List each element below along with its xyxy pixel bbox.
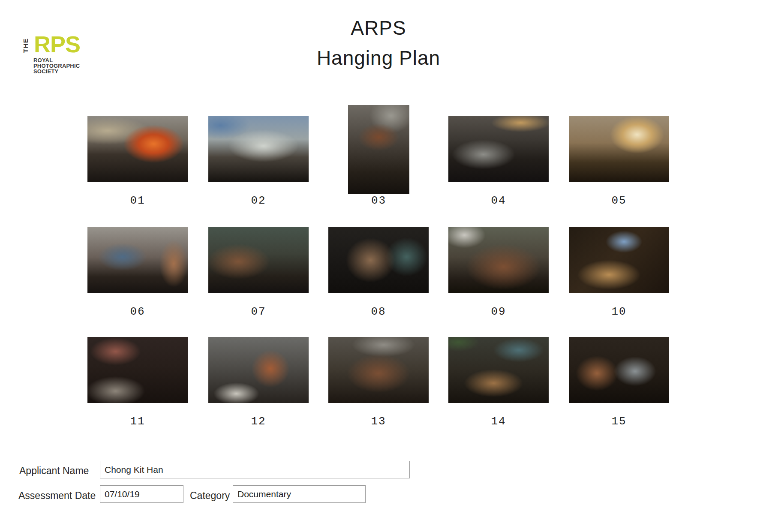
photo-02 — [208, 116, 309, 182]
category-input[interactable] — [233, 485, 366, 503]
page-title: ARPS Hanging Plan — [0, 13, 757, 73]
photo-cell-07: 07 — [208, 227, 309, 317]
photo-07 — [208, 227, 309, 293]
photo-cell-14: 14 — [448, 337, 549, 427]
photo-06 — [87, 227, 188, 293]
photo-15 — [569, 337, 669, 403]
applicant-name-input[interactable] — [100, 461, 410, 478]
photo-cell-13: 13 — [328, 337, 429, 427]
photo-01 — [87, 116, 188, 182]
photo-cell-01: 01 — [87, 116, 188, 206]
photo-cell-12: 12 — [208, 337, 309, 427]
photo-number-13: 13 — [328, 416, 429, 427]
photo-cell-06: 06 — [87, 227, 188, 317]
photo-number-07: 07 — [208, 306, 309, 317]
photo-number-02: 02 — [208, 195, 309, 206]
photo-cell-05: 05 — [569, 116, 669, 206]
photo-08 — [328, 227, 429, 293]
photo-number-08: 08 — [328, 306, 429, 317]
photo-cell-03: 03 — [348, 105, 409, 206]
title-line-hanging-plan: Hanging Plan — [0, 43, 757, 73]
photo-cell-10: 10 — [569, 227, 669, 317]
photo-cell-04: 04 — [448, 116, 549, 206]
photo-number-03: 03 — [348, 195, 409, 206]
photo-number-11: 11 — [87, 416, 188, 427]
applicant-name-label: Applicant Name — [19, 465, 89, 477]
photo-number-15: 15 — [569, 416, 669, 427]
photo-05 — [569, 116, 669, 182]
photo-cell-08: 08 — [328, 227, 429, 317]
photo-09 — [448, 227, 549, 293]
photo-number-09: 09 — [448, 306, 549, 317]
photo-11 — [87, 337, 188, 403]
photo-12 — [208, 337, 309, 403]
photo-cell-02: 02 — [208, 116, 309, 206]
category-label: Category — [190, 490, 230, 502]
photo-number-05: 05 — [569, 195, 669, 206]
photo-cell-09: 09 — [448, 227, 549, 317]
photo-number-10: 10 — [569, 306, 669, 317]
photo-number-06: 06 — [87, 306, 188, 317]
photo-04 — [448, 116, 549, 182]
photo-number-01: 01 — [87, 195, 188, 206]
photo-13 — [328, 337, 429, 403]
assessment-date-label: Assessment Date — [18, 490, 96, 502]
photo-10 — [569, 227, 669, 293]
title-line-arps: ARPS — [0, 13, 757, 43]
photo-cell-15: 15 — [569, 337, 669, 427]
photo-cell-11: 11 — [87, 337, 188, 427]
photo-14 — [448, 337, 549, 403]
hanging-plan-page: THE RPS ROYAL PHOTOGRAPHIC SOCIETY ARPS … — [0, 0, 757, 532]
photo-03 — [348, 105, 409, 194]
photo-number-14: 14 — [448, 416, 549, 427]
photo-number-04: 04 — [448, 195, 549, 206]
photo-number-12: 12 — [208, 416, 309, 427]
assessment-date-input[interactable] — [100, 485, 183, 503]
